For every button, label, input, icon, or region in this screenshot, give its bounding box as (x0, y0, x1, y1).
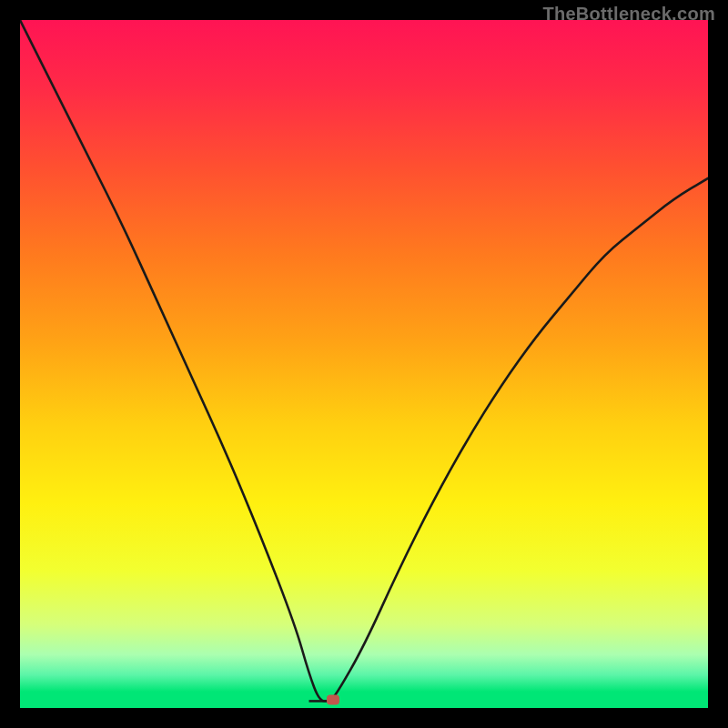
chart-curve-layer (20, 20, 708, 708)
chart-inner-frame (20, 20, 708, 708)
chart-canvas: TheBottleneck.com (0, 0, 728, 728)
bottleneck-curve (20, 20, 708, 701)
curve-minimum-marker (327, 694, 339, 704)
watermark-text: TheBottleneck.com (542, 4, 715, 25)
